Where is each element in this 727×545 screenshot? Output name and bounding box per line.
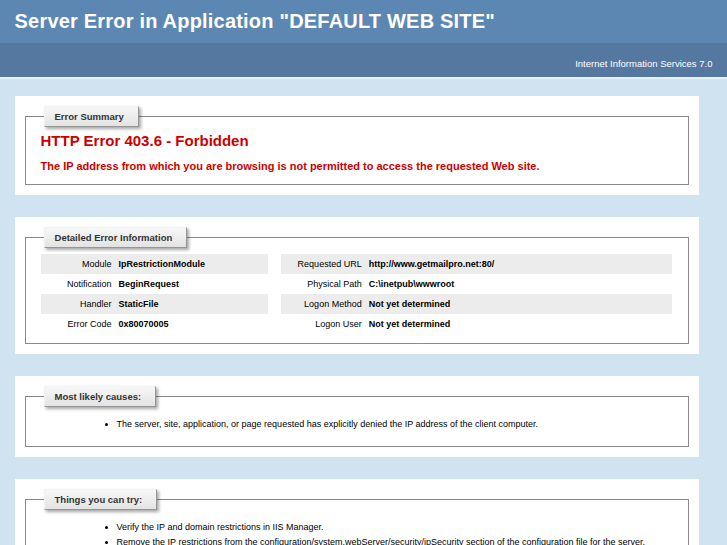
- detailed-error-tables: Module IpRestrictionModule Notification …: [41, 254, 673, 334]
- things-to-try-fieldset: Things you can try: Verify the IP and do…: [25, 489, 689, 545]
- details-left-panel: Module IpRestrictionModule Notification …: [41, 254, 269, 334]
- error-description: The IP address from which you are browsi…: [41, 160, 673, 172]
- detail-value: IpRestrictionModule: [117, 254, 269, 274]
- detailed-error-legend: Detailed Error Information: [44, 227, 188, 248]
- table-row: Handler StaticFile: [41, 294, 269, 314]
- error-summary-legend: Error Summary: [44, 106, 139, 127]
- detail-label: Physical Path: [281, 274, 367, 294]
- detail-label: Module: [41, 254, 117, 274]
- table-row: Module IpRestrictionModule: [41, 254, 269, 274]
- detail-label: Logon Method: [281, 294, 367, 314]
- table-row: Logon Method Not yet determined: [281, 294, 673, 314]
- likely-causes-list: The server, site, application, or page r…: [41, 417, 673, 431]
- table-row: Logon User Not yet determined: [281, 314, 673, 334]
- detail-label: Handler: [41, 294, 117, 314]
- error-summary-fieldset: Error Summary HTTP Error 403.6 - Forbidd…: [25, 106, 689, 185]
- things-to-try-legend: Things you can try:: [44, 489, 158, 510]
- detail-label: Error Code: [41, 314, 117, 334]
- server-version-text: Internet Information Services 7.0: [575, 58, 712, 69]
- table-row: Notification BeginRequest: [41, 274, 269, 294]
- content-area: Error Summary HTTP Error 403.6 - Forbidd…: [15, 96, 727, 545]
- likely-causes-fieldset: Most likely causes: The server, site, ap…: [25, 386, 689, 447]
- likely-causes-legend: Most likely causes:: [44, 386, 157, 407]
- detail-label: Logon User: [281, 314, 367, 334]
- detail-value: BeginRequest: [117, 274, 269, 294]
- list-item: The server, site, application, or page r…: [117, 417, 673, 431]
- detail-value: http://www.getmailpro.net:80/: [367, 254, 673, 274]
- table-row: Requested URL http://www.getmailpro.net:…: [281, 254, 673, 274]
- list-item: Verify the IP and domain restrictions in…: [117, 520, 673, 534]
- detail-label: Notification: [41, 274, 117, 294]
- error-title: HTTP Error 403.6 - Forbidden: [41, 132, 673, 149]
- things-to-try-container: Things you can try: Verify the IP and do…: [15, 479, 699, 545]
- detail-value: StaticFile: [117, 294, 269, 314]
- list-item: Remove the IP restrictions from the conf…: [117, 535, 673, 545]
- details-right-panel: Requested URL http://www.getmailpro.net:…: [281, 254, 673, 334]
- page-title: Server Error in Application "DEFAULT WEB…: [15, 9, 713, 33]
- detail-label: Requested URL: [281, 254, 367, 274]
- detail-value: C:\inetpub\wwwroot: [367, 274, 673, 294]
- detail-value: Not yet determined: [367, 294, 673, 314]
- server-version-bar: Internet Information Services 7.0: [0, 43, 727, 79]
- table-row: Error Code 0x80070005: [41, 314, 269, 334]
- details-left-table: Module IpRestrictionModule Notification …: [41, 254, 269, 334]
- detail-value: Not yet determined: [367, 314, 673, 334]
- error-summary-container: Error Summary HTTP Error 403.6 - Forbidd…: [15, 96, 699, 195]
- detailed-error-container: Detailed Error Information Module IpRest…: [15, 217, 699, 354]
- detailed-error-fieldset: Detailed Error Information Module IpRest…: [25, 227, 689, 344]
- table-row: Physical Path C:\inetpub\wwwroot: [281, 274, 673, 294]
- details-right-table: Requested URL http://www.getmailpro.net:…: [281, 254, 673, 334]
- likely-causes-container: Most likely causes: The server, site, ap…: [15, 376, 699, 457]
- detail-value: 0x80070005: [117, 314, 269, 334]
- page-header: Server Error in Application "DEFAULT WEB…: [0, 0, 727, 43]
- things-to-try-list: Verify the IP and domain restrictions in…: [41, 520, 673, 545]
